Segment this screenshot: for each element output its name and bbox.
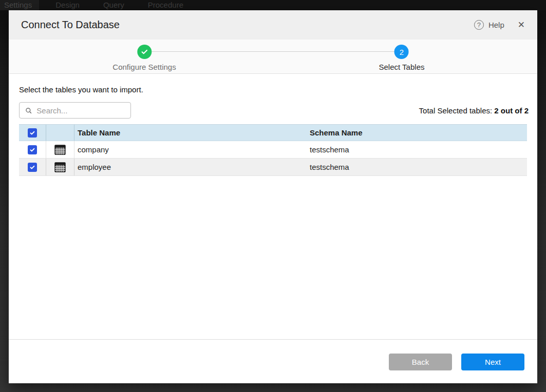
- back-button[interactable]: Back: [389, 354, 452, 370]
- connect-to-database-dialog: Connect To Database ? Help ✕ Configure S…: [9, 10, 537, 383]
- dialog-header: Connect To Database ? Help ✕: [9, 10, 537, 40]
- icon-column-header: [46, 125, 74, 141]
- table-row-company[interactable]: company testschema: [19, 141, 527, 159]
- help-label: Help: [488, 21, 504, 29]
- search-input[interactable]: [36, 106, 125, 115]
- cell-table-name: employee: [74, 159, 307, 175]
- row-checkbox[interactable]: [28, 145, 37, 154]
- step1-label: Configure Settings: [112, 63, 176, 71]
- top-tab-settings[interactable]: Settings: [0, 0, 39, 10]
- table-icon: [54, 162, 66, 172]
- column-header-table-name: Table Name: [74, 125, 307, 141]
- tables-list: Table Name Schema Name: [19, 124, 527, 176]
- top-menu-bar: Settings Design Query Procedure: [0, 0, 546, 10]
- step2-label: Select Tables: [379, 63, 425, 71]
- instruction-text: Select the tables you want to import.: [19, 85, 527, 94]
- dialog-content: Select the tables you want to import. To…: [9, 74, 537, 176]
- summary-count: 2 out of 2: [494, 106, 529, 115]
- table-header-row: Table Name Schema Name: [19, 124, 527, 141]
- wizard-stepper: Configure Settings 2 Select Tables: [9, 40, 537, 74]
- search-box[interactable]: [19, 102, 131, 119]
- top-tab-procedure[interactable]: Procedure: [141, 0, 191, 10]
- table-icon: [54, 145, 66, 155]
- cell-schema-name: testschema: [307, 141, 527, 158]
- dialog-footer: Back Next: [9, 339, 537, 383]
- select-all-checkbox[interactable]: [28, 128, 37, 138]
- step1-complete-check-icon: [137, 45, 152, 59]
- cell-table-name: company: [74, 141, 307, 158]
- step2-number-badge: 2: [394, 45, 409, 59]
- step-configure-settings: Configure Settings: [112, 40, 176, 71]
- summary-label: Total Selected tables:: [419, 106, 495, 115]
- row-checkbox[interactable]: [28, 163, 37, 172]
- dialog-title: Connect To Database: [21, 19, 120, 31]
- search-icon: [25, 107, 32, 114]
- top-tab-design[interactable]: Design: [48, 0, 87, 10]
- selected-tables-summary: Total Selected tables: 2 out of 2: [419, 106, 529, 115]
- next-button[interactable]: Next: [461, 354, 524, 370]
- step-select-tables: 2 Select Tables: [379, 40, 425, 71]
- help-icon: ?: [474, 20, 484, 30]
- table-row-employee[interactable]: employee testschema: [19, 159, 527, 176]
- column-header-schema-name: Schema Name: [307, 125, 527, 141]
- help-button[interactable]: ? Help: [474, 20, 504, 30]
- cell-schema-name: testschema: [307, 159, 527, 175]
- stepper-connector-line: [144, 51, 402, 52]
- close-icon[interactable]: ✕: [518, 21, 525, 29]
- top-tab-query[interactable]: Query: [96, 0, 131, 10]
